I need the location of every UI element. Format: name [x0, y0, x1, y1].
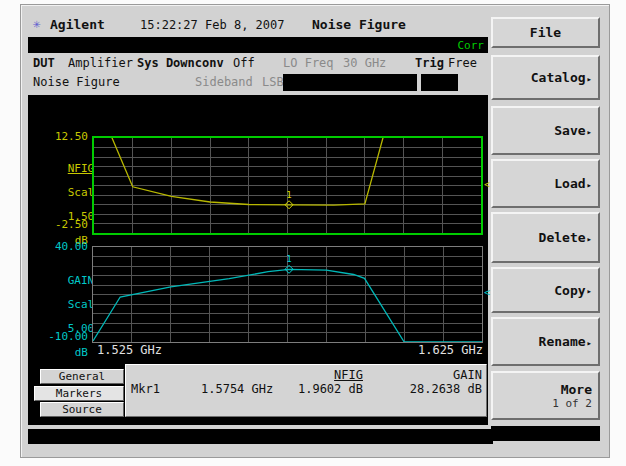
x-axis-start-label: 1.525 GHz — [97, 343, 162, 357]
readout-nfig-header: NFIG — [283, 368, 363, 382]
svg-text:1: 1 — [286, 190, 291, 200]
agilent-spark-icon: ✳ — [33, 17, 41, 31]
softkey-label: Catalog — [531, 70, 586, 85]
page-title: Noise Figure — [312, 17, 406, 32]
datetime-label: 15:22:27 Feb 8, 2007 — [140, 18, 285, 32]
marker-gain-value: 28.2638 dB — [402, 382, 482, 396]
svg-text:1: 1 — [286, 254, 291, 264]
softkey-save[interactable]: Save▸ — [491, 106, 600, 155]
gain-y-max-label: 40.00 — [28, 241, 88, 253]
sideband-value: LSB — [262, 75, 284, 89]
nfig-y-max-label: 12.50 — [28, 131, 88, 143]
measurement-label: Noise Figure — [33, 75, 120, 89]
softkey-copy[interactable]: Copy▸ — [491, 267, 600, 313]
softkey-catalog[interactable]: Catalog▸ — [491, 55, 600, 100]
menu-title-file[interactable]: File — [491, 17, 600, 48]
softkey-label: Copy — [554, 283, 585, 298]
sideband-label: Sideband — [195, 75, 253, 89]
nfig-trace-label: NFIG — [68, 162, 95, 175]
instrument-screen: ✳ Agilent 15:22:27 Feb 8, 2007 Noise Fig… — [0, 0, 626, 466]
gain-axis-block: GAIN Scale/ 5.00 > dB — [28, 263, 88, 371]
marker-readout-panel: NFIG GAIN Mkr1 1.5754 GHz 1.9602 dB 28.2… — [125, 364, 487, 417]
entry-display-box-large — [283, 74, 417, 91]
graph-display: 12.50 NFIG Scale/ 1.50 > dB -2.50 1 < 40… — [28, 95, 488, 425]
softkey-label: Save — [554, 123, 585, 138]
dut-label: DUT — [33, 56, 55, 70]
corr-status-badge: Corr — [458, 39, 485, 52]
softkey-delete[interactable]: Delete▸ — [491, 212, 600, 263]
lo-freq-value: 30 GHz — [343, 56, 386, 70]
softkey-page-indicator: 1 of 2 — [552, 397, 592, 410]
submenu-arrow-icon: ▸ — [587, 286, 592, 296]
softkey-label: Rename — [539, 334, 586, 349]
sys-downconv-label: Sys Downconv — [137, 56, 224, 70]
submenu-arrow-icon: ▸ — [587, 127, 592, 137]
softkey-label: More — [561, 382, 592, 397]
menu-title-label: File — [530, 25, 561, 40]
tab-general[interactable]: General — [40, 369, 124, 384]
gain-y-min-label: -10.00 — [28, 331, 88, 343]
lo-freq-label: LO Freq — [283, 56, 334, 70]
trig-value: Free — [448, 56, 477, 70]
submenu-arrow-icon: ▸ — [587, 180, 592, 190]
nfig-chart[interactable]: 1 — [92, 136, 483, 235]
softkey-rename[interactable]: Rename▸ — [491, 317, 600, 366]
submenu-arrow-icon: ▸ — [587, 74, 592, 84]
menu-status-bar — [491, 426, 600, 441]
readout-gain-header: GAIN — [402, 368, 482, 382]
header-bar: ✳ Agilent 15:22:27 Feb 8, 2007 Noise Fig… — [28, 14, 488, 36]
entry-display-box-small — [421, 74, 458, 91]
submenu-arrow-icon: ▸ — [587, 338, 592, 348]
gain-chart[interactable]: 1 — [92, 246, 483, 343]
annunciator-bar: Corr — [28, 37, 488, 53]
x-axis-stop-label: 1.625 GHz — [383, 343, 483, 357]
marker-frequency: 1.5754 GHz — [201, 382, 273, 396]
softkey-more[interactable]: More 1 of 2 — [491, 371, 600, 420]
trig-label: Trig — [415, 56, 444, 70]
message-bar — [28, 429, 493, 444]
tab-markers[interactable]: Markers — [34, 386, 124, 401]
gain-unit-label: dB — [75, 346, 88, 359]
status-area: DUT Amplifier Sys Downconv Off LO Freq 3… — [28, 53, 488, 95]
softkey-label: Load — [554, 176, 585, 191]
softkey-load[interactable]: Load▸ — [491, 159, 600, 208]
submenu-arrow-icon: ▸ — [587, 234, 592, 244]
gain-trace-label: GAIN — [68, 274, 95, 287]
sys-downconv-value: Off — [233, 56, 255, 70]
nfig-ref-arrow-icon: < — [484, 180, 490, 190]
tab-source[interactable]: Source — [40, 402, 124, 417]
gain-ref-arrow-icon: < — [484, 288, 490, 298]
marker-nfig-value: 1.9602 dB — [283, 382, 363, 396]
brand-label: Agilent — [50, 17, 105, 32]
marker-name: Mkr1 — [131, 382, 160, 396]
dut-value: Amplifier — [68, 56, 133, 70]
nfig-y-min-label: -2.50 — [28, 219, 88, 231]
softkey-label: Delete — [539, 230, 586, 245]
